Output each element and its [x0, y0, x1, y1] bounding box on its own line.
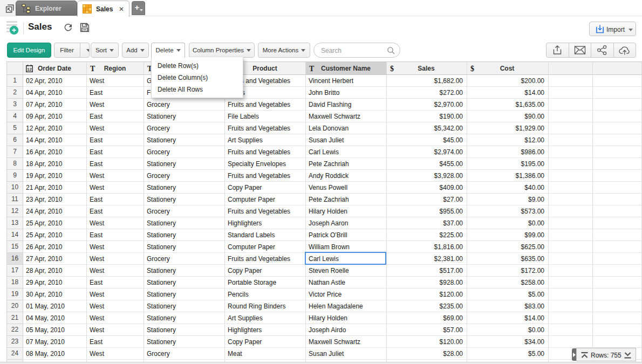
svg-text:12: 12 [27, 67, 32, 72]
